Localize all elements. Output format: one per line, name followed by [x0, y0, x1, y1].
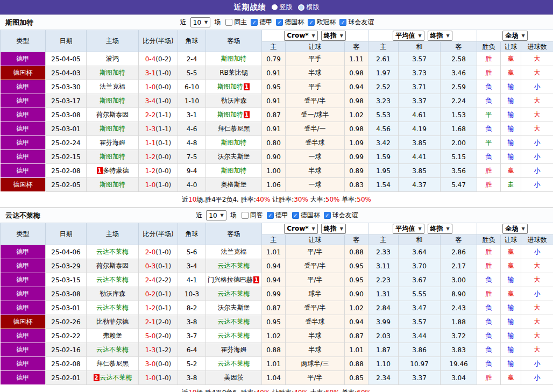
same-venue-label: 同客 — [250, 211, 263, 220]
full-match-select[interactable]: 全场▼ — [502, 224, 527, 234]
league-cell: 德甲 — [1, 136, 46, 150]
same-venue-checkbox[interactable] — [225, 19, 232, 26]
same-venue-checkbox[interactable] — [242, 212, 249, 219]
final-index-select[interactable]: 终指▼ — [321, 31, 346, 41]
corner-cell: 5-6 — [178, 245, 206, 259]
average-odds-cell: 1.31 — [368, 287, 399, 301]
score-cell: 2-0(1-0) — [139, 245, 178, 259]
full-time-score: 3-4 — [145, 97, 156, 105]
recent-count-select[interactable]: 10▼ — [190, 17, 210, 27]
result-cell: 赢 — [501, 259, 521, 273]
column-header: 比分(半场) — [139, 223, 178, 245]
team-link: 斯图加特 — [217, 111, 243, 118]
result-cell: 小 — [521, 150, 553, 164]
chevron-down-icon: ▼ — [418, 33, 421, 38]
half-time-score: (1-1) — [155, 111, 171, 119]
home-team-cell: 云达不莱梅 — [87, 343, 139, 357]
corner-cell: 3-4 — [178, 259, 206, 273]
crow-odds-cell: 0.95 — [262, 315, 286, 329]
result-cell: 大 — [521, 301, 553, 315]
date-cell: 25-02-15 — [46, 150, 87, 164]
crow-select[interactable]: Crow*▼ — [284, 31, 318, 41]
chevron-down-icon: ▼ — [418, 226, 421, 231]
team-link: 斯图加特 — [221, 167, 247, 174]
result-cell: 输 — [501, 357, 521, 371]
final-index-select[interactable]: 终指▼ — [428, 224, 452, 234]
column-header: 客场 — [206, 30, 262, 52]
average-odds-cell: 3.56 — [441, 164, 477, 178]
date-cell: 25-02-16 — [46, 343, 87, 357]
half-time-score: (2-0) — [155, 318, 171, 326]
average-odds-cell: 2.24 — [441, 94, 477, 108]
red-card-badge: 2 — [94, 374, 100, 381]
result-cell: 输 — [501, 329, 521, 343]
team-name: 斯图加特 — [5, 18, 33, 27]
result-cell: 大 — [521, 52, 553, 66]
league-cell: 德甲 — [1, 80, 46, 94]
column-header: 类型 — [1, 223, 46, 245]
layout-radio-vertical-wrap[interactable]: 竖版 — [272, 3, 293, 12]
league-checkbox[interactable]: ✓ — [276, 19, 283, 26]
date-cell: 25-02-05 — [46, 178, 87, 192]
crow-odds-cell: 受平/半 — [286, 259, 345, 273]
average-odds-cell: 3.37 — [399, 94, 441, 108]
date-cell: 25-02-24 — [46, 136, 87, 150]
team-link: 荷尔斯泰因 — [96, 111, 129, 118]
result-cell: 负 — [477, 343, 501, 357]
crow-odds-cell: 两球半/三 — [286, 357, 345, 371]
layout-radio-horizontal-wrap[interactable]: 横版 — [298, 3, 320, 12]
average-odds-cell: 3.37 — [399, 371, 441, 385]
column-header: 主场 — [87, 30, 139, 52]
score-cell: 1-2(0-0) — [139, 164, 178, 178]
team-link: 法兰克福 — [100, 83, 125, 90]
away-team-cell: 沃尔夫斯堡 — [206, 301, 262, 315]
full-match-dropdown-group: 全场▼ — [477, 223, 553, 235]
score-cell: 2-2(1-1) — [139, 108, 178, 122]
average-odds-cell: 3.71 — [399, 80, 441, 94]
radio-unselected-icon[interactable] — [298, 4, 304, 11]
league-checkbox[interactable]: ✓ — [308, 19, 315, 26]
home-team-cell: 斯图加特 — [87, 150, 139, 164]
summary-segment: 单率: — [339, 196, 357, 203]
score-cell: 0-4(0-2) — [139, 52, 178, 66]
average-odds-cell: 10.97 — [399, 357, 441, 371]
summary-segment: 近 — [182, 196, 188, 203]
select-value: Crow* — [287, 225, 308, 232]
league-checkbox[interactable]: ✓ — [339, 19, 346, 26]
league-cell: 德甲 — [1, 150, 46, 164]
average-select[interactable]: 平均值▼ — [393, 224, 424, 234]
average-odds-cell: 5.53 — [368, 108, 399, 122]
league-checkbox[interactable]: ✓ — [292, 212, 299, 219]
result-cell: 负 — [477, 94, 501, 108]
score-cell: 1-1(0-1) — [139, 136, 178, 150]
league-checkbox[interactable]: ✓ — [324, 212, 331, 219]
final-index-select[interactable]: 终指▼ — [428, 31, 452, 41]
chevron-down-icon: ▼ — [446, 226, 450, 231]
home-team-cell: 法兰克福 — [87, 80, 139, 94]
table-row: 德国杯25-02-26比勒菲尔德2-1(2-0)3-8云达不莱梅0.95受半球0… — [1, 315, 553, 329]
league-checkbox[interactable]: ✓ — [267, 212, 274, 219]
crow-select[interactable]: Crow*▼ — [284, 224, 318, 234]
crow-odds-cell: 0.98 — [345, 122, 368, 136]
team-link: 法兰克福 — [221, 248, 247, 255]
half-time-score: (0-0) — [155, 83, 171, 91]
full-match-select[interactable]: 全场▼ — [502, 31, 527, 41]
average-odds-cell: 3.57 — [399, 315, 441, 329]
radio-selected-icon[interactable] — [272, 4, 278, 10]
crow-dropdown-group: Crow*▼终指▼ — [262, 223, 368, 235]
summary-segment: 40% — [256, 196, 271, 203]
team-link: 勒沃库森 — [100, 290, 125, 297]
date-cell: 25-02-22 — [46, 329, 87, 343]
final-index-select[interactable]: 终指▼ — [321, 224, 346, 234]
average-odds-cell: 2.59 — [441, 80, 477, 94]
result-cell: 赢 — [501, 287, 521, 301]
page-title: 近期战绩 — [234, 3, 266, 12]
average-select[interactable]: 平均值▼ — [393, 31, 424, 41]
league-checkbox[interactable]: ✓ — [251, 19, 258, 26]
result-cell: 赢 — [501, 66, 521, 80]
sub-column-header: 进球数 — [521, 235, 553, 245]
recent-count-select[interactable]: 10▼ — [206, 210, 226, 220]
average-odds-cell: 2.17 — [441, 259, 477, 273]
result-cell: 负 — [477, 150, 501, 164]
result-cell: 大 — [521, 329, 553, 343]
